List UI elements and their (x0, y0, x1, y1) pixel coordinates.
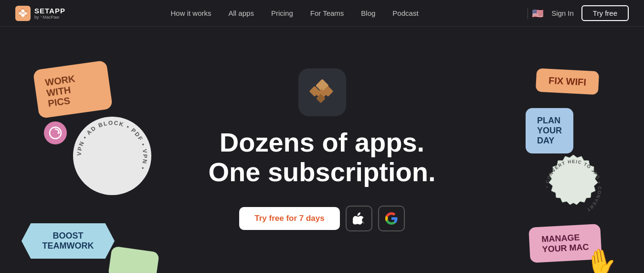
main-nav: How it works All apps Pricing For Teams … (171, 9, 419, 17)
google-platform-button[interactable] (378, 206, 405, 231)
google-icon (385, 212, 398, 225)
sign-in-link[interactable]: Sign In (551, 9, 574, 17)
nav-divider (528, 8, 528, 19)
try-free-nav-button[interactable]: Try free (581, 5, 629, 21)
hero-actions: Try free for 7 days (239, 206, 404, 231)
circle-badge-svg: VPN • AD BLOCK • PDF • VPN • (72, 115, 153, 197)
convert-badge-svg: • CONVERT HEIC TO JPG • CONVERT (537, 151, 611, 225)
badge-boost-teamwork: BOOSTTEAMWORK (21, 223, 115, 259)
nav-pricing[interactable]: Pricing (271, 9, 293, 17)
badge-circle-container: VPN • AD BLOCK • PDF • VPN • (72, 115, 153, 198)
navbar-right: 🇺🇸 Sign In Try free (532, 5, 629, 21)
logo-link[interactable]: SETAPP by ◝ MacPaw (15, 6, 65, 21)
headline-line1: Dozens of apps. (220, 127, 424, 157)
nav-blog[interactable]: Blog (361, 9, 375, 17)
setapp-app-icon (298, 68, 346, 116)
badge-pink-circle (44, 121, 67, 144)
badge-convert-circle: • CONVERT HEIC TO JPG • CONVERT (537, 151, 611, 227)
badge-work-pics: WORKWITHPICS (33, 60, 113, 119)
setapp-icon-svg (308, 78, 337, 107)
refresh-icon (48, 126, 63, 140)
hero-section: WORKWITHPICS VPN • AD BLOCK • PDF • VPN … (0, 27, 644, 273)
apple-icon (353, 212, 365, 225)
hero-headline: Dozens of apps. One subscription. (208, 128, 435, 186)
setapp-logo-icon (15, 6, 31, 21)
headline-line2: One subscription. (208, 157, 435, 187)
nav-all-apps[interactable]: All apps (229, 9, 254, 17)
svg-marker-6 (57, 131, 59, 134)
hero-center: Dozens of apps. One subscription. Try fr… (208, 68, 435, 231)
apple-platform-button[interactable] (346, 206, 372, 231)
nav-podcast[interactable]: Podcast (392, 9, 418, 17)
navbar: SETAPP by ◝ MacPaw How it works All apps… (0, 0, 644, 27)
hand-decoration: ✋ (582, 244, 620, 273)
badge-plan-your-day: PLANYOURDAY (526, 108, 573, 153)
nav-how-it-works[interactable]: How it works (171, 9, 211, 17)
logo-setapp-text: SETAPP (34, 7, 65, 15)
language-flag-icon[interactable]: 🇺🇸 (532, 8, 544, 19)
badge-green-shape (108, 246, 159, 273)
nav-for-teams[interactable]: For Teams (310, 9, 344, 17)
svg-point-7 (73, 117, 151, 195)
logo-macpaw-text: by ◝ MacPaw (34, 15, 65, 20)
badge-fix-wifi: FIX WIFI (536, 68, 599, 95)
try-free-main-button[interactable]: Try free for 7 days (239, 207, 339, 230)
